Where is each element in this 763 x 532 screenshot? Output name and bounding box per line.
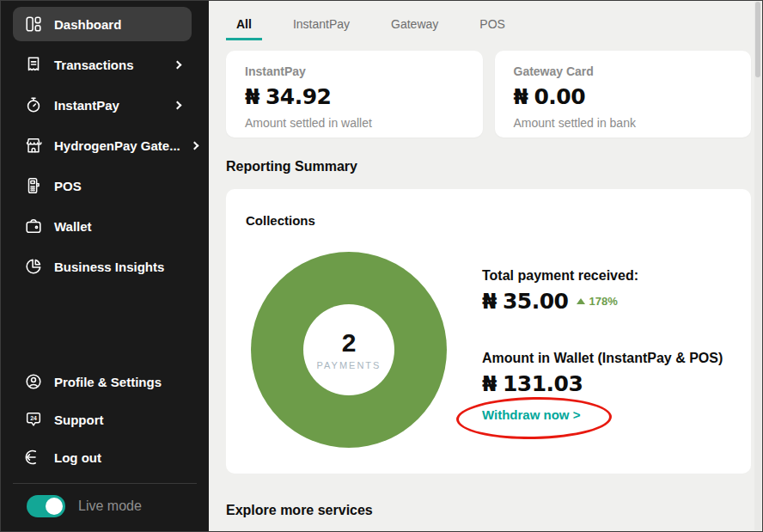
amount-value: 131.03 xyxy=(503,371,583,396)
tab-pos[interactable]: POS xyxy=(469,13,516,40)
app-window: Dashboard Transactions xyxy=(0,0,763,532)
chevron-right-icon xyxy=(174,101,182,109)
live-mode-row: Live mode xyxy=(27,495,197,517)
profile-icon xyxy=(24,372,43,391)
chevron-right-icon xyxy=(190,141,198,150)
sidebar-item-label: Support xyxy=(54,413,104,427)
sidebar-item-label: Profile & Settings xyxy=(54,375,162,389)
wallet-icon xyxy=(24,217,43,235)
sidebar-item-profile-settings[interactable]: Profile & Settings xyxy=(13,364,192,399)
triangle-up-icon xyxy=(577,298,585,304)
wallet-amount-stat: Amount in Wallet (InstantPay & POS) ₦ 13… xyxy=(482,351,763,423)
sidebar-item-wallet[interactable]: Wallet xyxy=(13,209,192,243)
stat-amount: ₦ 35.00 xyxy=(482,289,568,314)
sidebar-item-label: Dashboard xyxy=(54,17,121,32)
sidebar-item-transactions[interactable]: Transactions xyxy=(13,47,192,82)
payments-donut-chart: 2 PAYMENTS xyxy=(251,252,447,448)
stat-label: Total payment received: xyxy=(482,268,763,284)
instantpay-icon xyxy=(24,95,43,114)
main-content: All InstantPay Gateway POS InstantPay ₦ … xyxy=(209,1,762,531)
explore-services-heading: Explore more services xyxy=(226,503,762,518)
sidebar-item-gateway[interactable]: HydrogenPay Gate... xyxy=(13,128,192,162)
payments-label: PAYMENTS xyxy=(317,360,382,370)
tab-all[interactable]: All xyxy=(226,13,262,40)
insights-icon xyxy=(24,257,43,276)
sidebar-item-business-insights[interactable]: Business Insights xyxy=(13,249,192,284)
sidebar-item-label: Business Insights xyxy=(54,260,164,274)
naira-symbol: ₦ xyxy=(482,289,497,314)
scrollbar[interactable] xyxy=(754,2,761,530)
sidebar-item-dashboard[interactable]: Dashboard xyxy=(13,7,192,41)
tab-instantpay[interactable]: InstantPay xyxy=(283,13,360,40)
sidebar-item-instantpay[interactable]: InstantPay xyxy=(13,88,192,122)
card-caption: Amount settled in wallet xyxy=(245,116,464,130)
svg-text:24: 24 xyxy=(30,415,37,421)
card-caption: Amount settled in bank xyxy=(514,116,733,130)
stat-amount: ₦ 131.03 xyxy=(482,371,583,396)
naira-symbol: ₦ xyxy=(514,84,528,109)
live-mode-toggle[interactable] xyxy=(27,495,65,517)
sidebar-divider xyxy=(13,483,197,484)
delta-value: 178% xyxy=(589,295,617,308)
stat-label: Amount in Wallet (InstantPay & POS) xyxy=(482,351,763,366)
sidebar-item-label: Log out xyxy=(54,450,101,465)
chevron-right-icon xyxy=(174,60,182,69)
reporting-summary-heading: Reporting Summary xyxy=(226,159,762,174)
sidebar-item-label: Wallet xyxy=(54,219,92,234)
amount-value: 34.92 xyxy=(266,84,332,109)
sidebar-item-support[interactable]: 24 Support xyxy=(13,402,192,437)
total-payment-stat: Total payment received: ₦ 35.00 178% xyxy=(482,268,763,314)
sidebar-nav: Dashboard Transactions xyxy=(1,1,209,284)
scrollbar-thumb[interactable] xyxy=(755,2,760,77)
dashboard-icon xyxy=(24,15,43,34)
card-title: InstantPay xyxy=(245,64,464,78)
summary-cards: InstantPay ₦ 34.92 Amount settled in wal… xyxy=(226,51,751,138)
logout-icon xyxy=(24,448,43,467)
gateway-summary-card: Gateway Card ₦ 0.00 Amount settled in ba… xyxy=(495,51,752,138)
donut-center: 2 PAYMENTS xyxy=(303,304,394,395)
pos-icon xyxy=(24,176,43,195)
sidebar-item-label: HydrogenPay Gate... xyxy=(54,138,180,153)
card-amount: ₦ 34.92 xyxy=(245,84,464,109)
support-icon: 24 xyxy=(24,410,43,429)
collections-card: Collections 2 PAYMENTS Total payment rec… xyxy=(226,189,751,474)
payments-count: 2 xyxy=(342,330,357,356)
naira-symbol: ₦ xyxy=(482,371,497,396)
sidebar: Dashboard Transactions xyxy=(1,1,209,531)
sidebar-item-pos[interactable]: POS xyxy=(13,168,192,203)
card-title: Gateway Card xyxy=(514,64,733,78)
filter-tabs: All InstantPay Gateway POS xyxy=(209,1,762,40)
instantpay-summary-card: InstantPay ₦ 34.92 Amount settled in wal… xyxy=(226,51,483,138)
gateway-icon xyxy=(24,136,43,155)
naira-symbol: ₦ xyxy=(245,84,259,109)
sidebar-item-logout[interactable]: Log out xyxy=(13,440,192,474)
toggle-knob xyxy=(46,498,63,515)
collections-stats: Total payment received: ₦ 35.00 178% Amo xyxy=(482,268,763,423)
card-amount: ₦ 0.00 xyxy=(514,84,733,109)
sidebar-item-label: POS xyxy=(54,179,82,193)
sidebar-footer: Profile & Settings 24 Support xyxy=(1,352,209,531)
transactions-icon xyxy=(24,55,43,74)
delta-badge: 178% xyxy=(577,295,617,308)
tab-gateway[interactable]: Gateway xyxy=(381,13,449,40)
amount-value: 0.00 xyxy=(534,84,585,109)
sidebar-item-label: Transactions xyxy=(54,58,134,72)
sidebar-item-label: InstantPay xyxy=(54,98,119,113)
withdraw-now-link[interactable]: Withdraw now > xyxy=(482,407,580,422)
live-mode-label: Live mode xyxy=(78,498,142,514)
collections-heading: Collections xyxy=(246,213,315,228)
amount-value: 35.00 xyxy=(503,289,569,314)
